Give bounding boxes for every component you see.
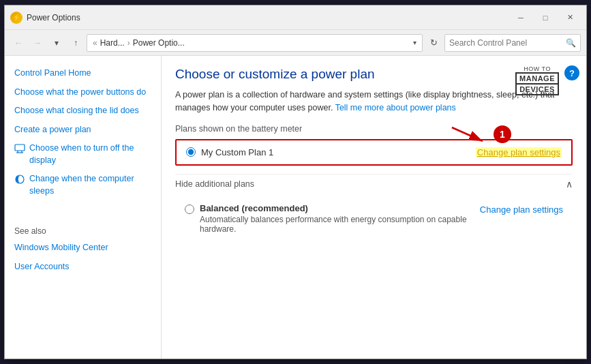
search-input[interactable] xyxy=(449,38,563,48)
search-icon: 🔍 xyxy=(566,38,576,48)
minimize-button[interactable]: ─ xyxy=(510,10,532,25)
logo-badge: HOW TO MANAGE DEVICES xyxy=(515,65,559,95)
main-layout: Control Panel Home Choose what the power… xyxy=(5,56,586,359)
balanced-plan-info: Balanced (recommended) Automatically bal… xyxy=(200,203,474,234)
app-icon: ⚡ xyxy=(10,12,22,24)
custom-plan-box: My Custom Plan 1 Change plan settings xyxy=(175,139,573,166)
breadcrumb-bar[interactable]: « Hard... › Power Optio... ▾ xyxy=(87,34,423,52)
breadcrumb-part2: Power Optio... xyxy=(133,38,185,48)
back-button[interactable]: ← xyxy=(10,35,27,51)
close-button[interactable]: ✕ xyxy=(559,10,581,25)
sidebar-link-label: Change when the computer sleeps xyxy=(29,173,151,197)
arrow-svg xyxy=(449,124,489,145)
window-title: Power Options xyxy=(27,13,510,22)
content-description: A power plan is a collection of hardware… xyxy=(175,89,571,115)
up-button[interactable]: ↑ xyxy=(67,35,84,51)
window-controls: ─ □ ✕ xyxy=(510,10,581,25)
chevron-up-icon: ∧ xyxy=(566,179,573,189)
plans-section-label: Plans shown on the battery meter xyxy=(175,124,573,134)
description-link[interactable]: Tell me more about power plans xyxy=(335,103,456,112)
balanced-plan-desc: Automatically balances performance with … xyxy=(200,215,474,234)
breadcrumb-separator: › xyxy=(127,38,130,48)
maximize-button[interactable]: □ xyxy=(534,10,556,25)
breadcrumb-dropdown-button[interactable]: ▾ xyxy=(413,39,416,46)
balanced-plan-row: Balanced (recommended) Automatically bal… xyxy=(175,199,573,238)
moon-icon xyxy=(14,174,25,185)
sidebar-item-lid-close[interactable]: Choose what closing the lid does xyxy=(5,102,161,121)
window: ⚡ Power Options ─ □ ✕ ← → ▾ ↑ « Hard... … xyxy=(4,5,587,359)
svg-line-6 xyxy=(452,127,483,141)
sidebar-item-computer-sleeps[interactable]: Change when the computer sleeps xyxy=(5,170,161,200)
balanced-change-plan-link[interactable]: Change plan settings xyxy=(480,204,563,215)
svg-rect-0 xyxy=(15,145,25,151)
sidebar-link-label: Choose when to turn off the display xyxy=(29,142,151,166)
sidebar-item-control-panel-home[interactable]: Control Panel Home xyxy=(5,64,161,83)
annotation-number: 1 xyxy=(494,125,511,143)
arrow-annotation: 1 xyxy=(449,124,511,145)
forward-button[interactable]: → xyxy=(29,35,46,51)
balanced-plan-name: Balanced (recommended) xyxy=(200,203,308,213)
hide-plans-toggle[interactable]: Hide additional plans ∧ xyxy=(175,174,573,194)
page-title: Choose or customize a power plan xyxy=(175,67,573,82)
refresh-button[interactable]: ↻ xyxy=(425,35,442,51)
breadcrumb-part1: Hard... xyxy=(100,38,125,48)
monitor-icon xyxy=(14,143,25,154)
sidebar-item-mobility-center[interactable]: Windows Mobility Center xyxy=(5,239,161,258)
change-plan-settings-link[interactable]: Change plan settings xyxy=(476,147,562,157)
custom-plan-name: My Custom Plan 1 xyxy=(201,147,476,157)
sidebar: Control Panel Home Choose what the power… xyxy=(5,56,162,359)
sidebar-item-turn-off-display[interactable]: Choose when to turn off the display xyxy=(5,139,161,170)
help-button[interactable]: ? xyxy=(564,65,579,80)
content-area: HOW TO MANAGE DEVICES ? Choose or custom… xyxy=(162,56,586,359)
search-bar: 🔍 xyxy=(444,34,581,52)
custom-plan-radio[interactable] xyxy=(186,147,196,157)
addressbar: ← → ▾ ↑ « Hard... › Power Optio... ▾ ↻ 🔍 xyxy=(5,30,586,56)
sidebar-item-create-plan[interactable]: Create a power plan xyxy=(5,121,161,140)
hide-plans-label: Hide additional plans xyxy=(175,179,566,189)
see-also-label: See also xyxy=(5,217,161,239)
logo-devices: DEVICES xyxy=(515,85,559,95)
sidebar-item-power-buttons[interactable]: Choose what the power buttons do xyxy=(5,83,161,102)
titlebar: ⚡ Power Options ─ □ ✕ xyxy=(5,5,586,30)
logo-how: HOW TO xyxy=(524,65,551,72)
dropdown-button[interactable]: ▾ xyxy=(48,35,65,51)
balanced-plan-radio[interactable] xyxy=(185,204,194,214)
breadcrumb-prefix: « xyxy=(93,38,97,48)
logo-manage: MANAGE xyxy=(515,72,559,85)
sidebar-item-user-accounts[interactable]: User Accounts xyxy=(5,258,161,277)
